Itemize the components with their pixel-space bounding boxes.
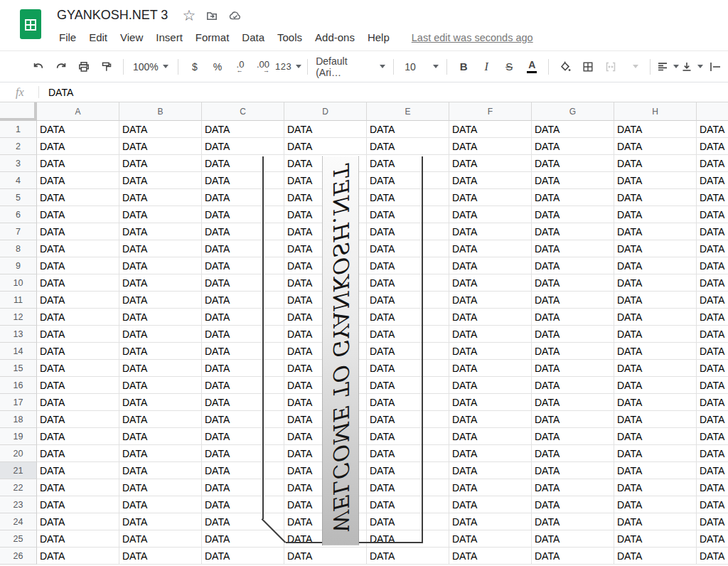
cell-A9[interactable]: DATA xyxy=(37,257,119,274)
cell-F12[interactable]: DATA xyxy=(449,309,532,326)
cell-D24[interactable]: DATA xyxy=(284,513,367,530)
cell-C2[interactable]: DATA xyxy=(202,138,284,155)
cell-F2[interactable]: DATA xyxy=(449,138,532,155)
cell-A8[interactable]: DATA xyxy=(37,240,119,257)
cell-G5[interactable]: DATA xyxy=(532,189,614,206)
cell-I22[interactable]: DATA xyxy=(697,479,728,496)
row-header-21[interactable]: 21 xyxy=(0,462,37,479)
cell-I20[interactable]: DATA xyxy=(697,445,728,462)
cell-I17[interactable]: DATA xyxy=(697,394,728,411)
cell-G15[interactable]: DATA xyxy=(532,360,614,377)
paint-format-button[interactable] xyxy=(96,57,117,77)
cell-I6[interactable]: DATA xyxy=(697,206,728,223)
cell-H5[interactable]: DATA xyxy=(614,189,697,206)
cell-I4[interactable]: DATA xyxy=(697,172,728,189)
cell-D3[interactable]: DATA xyxy=(284,155,367,172)
cell-C14[interactable]: DATA xyxy=(202,343,284,360)
cell-E7[interactable]: DATA xyxy=(367,223,449,240)
cell-I8[interactable]: DATA xyxy=(697,240,728,257)
cell-C21[interactable]: DATA xyxy=(202,462,284,479)
cell-H12[interactable]: DATA xyxy=(614,309,697,326)
more-formats-button[interactable]: 123 xyxy=(275,57,301,77)
row-header-25[interactable]: 25 xyxy=(0,530,37,548)
cell-H10[interactable]: DATA xyxy=(614,274,697,292)
cell-D13[interactable]: DATA xyxy=(284,326,367,343)
cell-A11[interactable]: DATA xyxy=(37,292,119,309)
row-header-7[interactable]: 7 xyxy=(0,223,37,240)
row-header-11[interactable]: 11 xyxy=(0,292,37,309)
italic-button[interactable]: I xyxy=(476,57,497,77)
cell-E6[interactable]: DATA xyxy=(367,206,449,223)
cell-C13[interactable]: DATA xyxy=(202,326,284,343)
cell-B15[interactable]: DATA xyxy=(119,360,202,377)
cell-D16[interactable]: DATA xyxy=(284,377,367,394)
cell-B26[interactable]: DATA xyxy=(119,548,202,565)
cell-A1[interactable]: DATA xyxy=(37,121,119,138)
cell-E3[interactable]: DATA xyxy=(367,155,449,172)
column-header-H[interactable]: H xyxy=(614,102,697,121)
cell-D20[interactable]: DATA xyxy=(284,445,367,462)
cell-E25[interactable]: DATA xyxy=(367,530,449,548)
cell-B1[interactable]: DATA xyxy=(119,121,202,138)
cell-D2[interactable]: DATA xyxy=(284,138,367,155)
cell-F9[interactable]: DATA xyxy=(449,257,532,274)
column-header-A[interactable]: A xyxy=(37,102,119,121)
cell-D5[interactable]: DATA xyxy=(284,189,367,206)
cell-G17[interactable]: DATA xyxy=(532,394,614,411)
cell-A21[interactable]: DATA xyxy=(37,462,119,479)
cell-F24[interactable]: DATA xyxy=(449,513,532,530)
cell-G7[interactable]: DATA xyxy=(532,223,614,240)
cell-D11[interactable]: DATA xyxy=(284,292,367,309)
cell-H20[interactable]: DATA xyxy=(614,445,697,462)
cell-C23[interactable]: DATA xyxy=(202,496,284,513)
cell-D12[interactable]: DATA xyxy=(284,309,367,326)
strikethrough-button[interactable]: S xyxy=(498,57,520,77)
cell-I25[interactable]: DATA xyxy=(697,530,728,548)
cell-B21[interactable]: DATA xyxy=(119,462,202,479)
cell-C10[interactable]: DATA xyxy=(202,274,284,292)
cell-A15[interactable]: DATA xyxy=(37,360,119,377)
cell-A12[interactable]: DATA xyxy=(37,309,119,326)
cell-D6[interactable]: DATA xyxy=(284,206,367,223)
cell-I1[interactable]: DATA xyxy=(697,121,728,138)
cell-H3[interactable]: DATA xyxy=(614,155,697,172)
fill-color-button[interactable] xyxy=(555,57,576,77)
cell-E19[interactable]: DATA xyxy=(367,428,449,445)
cell-E9[interactable]: DATA xyxy=(367,257,449,274)
last-edit-link[interactable]: Last edit was seconds ago xyxy=(412,32,533,43)
row-header-5[interactable]: 5 xyxy=(0,189,37,206)
menu-item-insert[interactable]: Insert xyxy=(149,29,189,46)
cell-B18[interactable]: DATA xyxy=(119,411,202,428)
cell-B24[interactable]: DATA xyxy=(119,513,202,530)
cell-C20[interactable]: DATA xyxy=(202,445,284,462)
cell-A20[interactable]: DATA xyxy=(37,445,119,462)
cell-I2[interactable]: DATA xyxy=(697,138,728,155)
cell-I11[interactable]: DATA xyxy=(697,292,728,309)
font-size-select[interactable]: 10 xyxy=(402,61,441,73)
cell-G20[interactable]: DATA xyxy=(532,445,614,462)
cell-F19[interactable]: DATA xyxy=(449,428,532,445)
cell-G26[interactable]: DATA xyxy=(532,548,614,565)
cell-H2[interactable]: DATA xyxy=(614,138,697,155)
cell-D8[interactable]: DATA xyxy=(284,240,367,257)
cell-H17[interactable]: DATA xyxy=(614,394,697,411)
column-header-E[interactable]: E xyxy=(367,102,449,121)
menu-item-data[interactable]: Data xyxy=(235,29,271,46)
cell-G25[interactable]: DATA xyxy=(532,530,614,548)
cell-E16[interactable]: DATA xyxy=(367,377,449,394)
cell-G8[interactable]: DATA xyxy=(532,240,614,257)
row-header-6[interactable]: 6 xyxy=(0,206,37,223)
cell-I13[interactable]: DATA xyxy=(697,326,728,343)
cell-E20[interactable]: DATA xyxy=(367,445,449,462)
cell-F18[interactable]: DATA xyxy=(449,411,532,428)
cell-E4[interactable]: DATA xyxy=(367,172,449,189)
cell-D10[interactable]: DATA xyxy=(284,274,367,292)
cell-A22[interactable]: DATA xyxy=(37,479,119,496)
text-color-button[interactable]: A xyxy=(521,57,542,77)
cell-C11[interactable]: DATA xyxy=(202,292,284,309)
cell-G4[interactable]: DATA xyxy=(532,172,614,189)
cell-E26[interactable]: DATA xyxy=(367,548,449,565)
redo-button[interactable] xyxy=(50,57,72,77)
format-percent-button[interactable]: % xyxy=(207,57,228,77)
row-header-14[interactable]: 14 xyxy=(0,343,37,360)
